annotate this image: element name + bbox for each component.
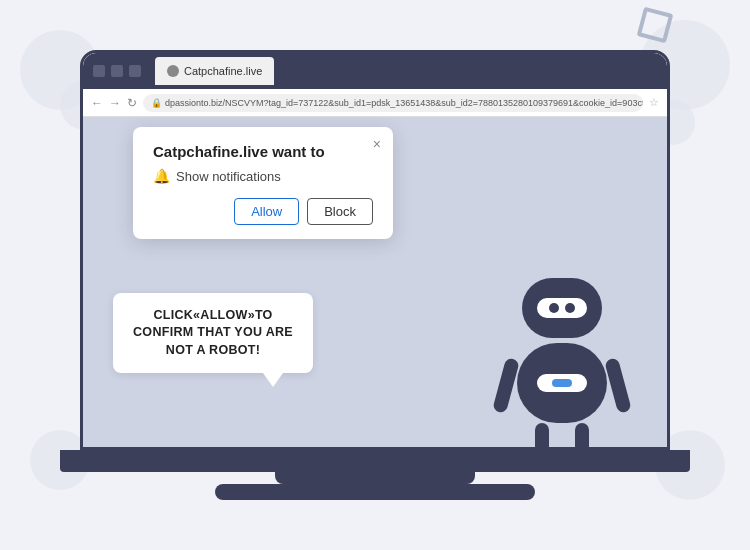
browser-content: × Catpchafine.live want to 🔔 Show notifi… [83, 117, 667, 450]
robot [517, 278, 607, 423]
back-button[interactable]: ← [91, 96, 103, 110]
robot-eye-left [549, 303, 559, 313]
permission-label: Show notifications [176, 169, 281, 184]
window-close-btn[interactable] [129, 65, 141, 77]
speech-text: CLICK«ALLOW»TO CONFIRM THAT YOU ARE NOT … [129, 307, 297, 360]
refresh-button[interactable]: ↻ [127, 96, 137, 110]
laptop-screen: Catpchafine.live ← → ↻ 🔒 dpassionto.biz/… [80, 50, 670, 450]
popup-permission-row: 🔔 Show notifications [153, 168, 373, 184]
robot-head [522, 278, 602, 338]
robot-arm-right [604, 357, 632, 414]
notification-popup: × Catpchafine.live want to 🔔 Show notifi… [133, 127, 393, 239]
window-minimize-btn[interactable] [93, 65, 105, 77]
laptop-stand [275, 472, 475, 484]
laptop-foot [215, 484, 535, 500]
bell-icon: 🔔 [153, 168, 170, 184]
lock-icon: 🔒 [151, 98, 162, 108]
robot-body [517, 343, 607, 423]
tab-favicon [167, 65, 179, 77]
bookmark-icon[interactable]: ☆ [649, 96, 659, 109]
browser-tab[interactable]: Catpchafine.live [155, 57, 274, 85]
popup-close-button[interactable]: × [373, 137, 381, 151]
tab-area: Catpchafine.live [155, 57, 657, 85]
popup-buttons: Allow Block [153, 198, 373, 225]
robot-chest [537, 374, 587, 392]
laptop-wrapper: Catpchafine.live ← → ↻ 🔒 dpassionto.biz/… [65, 50, 685, 500]
robot-arm-left [492, 357, 520, 414]
tab-label: Catpchafine.live [184, 65, 262, 77]
robot-eye-right [565, 303, 575, 313]
block-button[interactable]: Block [307, 198, 373, 225]
robot-leg-right [575, 423, 589, 450]
forward-button[interactable]: → [109, 96, 121, 110]
browser-addressbar: ← → ↻ 🔒 dpassionto.biz/NSCVYM?tag_id=737… [83, 89, 667, 117]
browser-titlebar: Catpchafine.live [83, 53, 667, 89]
robot-leg-left [535, 423, 549, 450]
allow-button[interactable]: Allow [234, 198, 299, 225]
laptop-base [60, 450, 690, 472]
popup-title: Catpchafine.live want to [153, 143, 373, 160]
url-text: dpassionto.biz/NSCVYM?tag_id=737122&sub_… [165, 98, 643, 108]
window-maximize-btn[interactable] [111, 65, 123, 77]
address-bar[interactable]: 🔒 dpassionto.biz/NSCVYM?tag_id=737122&su… [143, 94, 643, 112]
speech-bubble: CLICK«ALLOW»TO CONFIRM THAT YOU ARE NOT … [113, 293, 313, 374]
browser-chrome: Catpchafine.live ← → ↻ 🔒 dpassionto.biz/… [83, 53, 667, 117]
robot-visor [537, 298, 587, 318]
robot-indicator [552, 379, 572, 387]
